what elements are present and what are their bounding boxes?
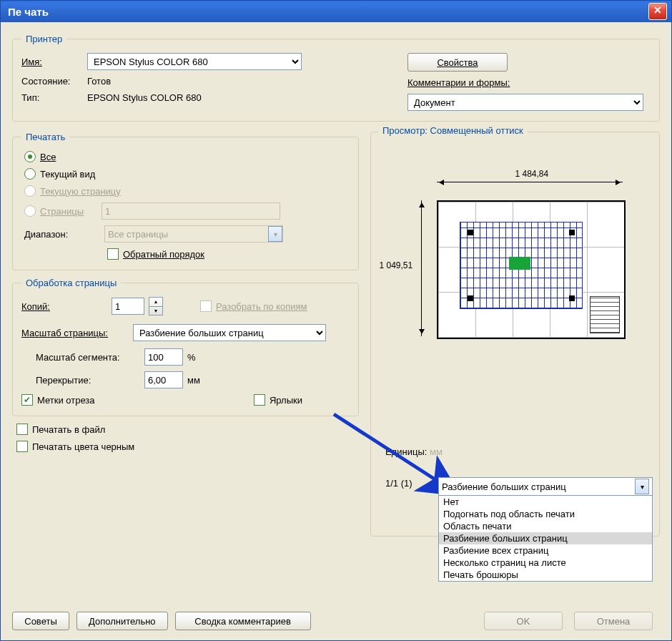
dim-width: 1 484,84 xyxy=(515,169,549,179)
dim-height-line xyxy=(421,200,422,336)
subset-label: Диапазон: xyxy=(24,229,100,240)
printer-legend: Принтер xyxy=(21,34,66,44)
print-range-legend: Печатать xyxy=(21,132,69,142)
preview-page xyxy=(437,200,626,339)
scale-option[interactable]: Разбиение больших страниц xyxy=(439,532,652,544)
labels-label: Ярлыки xyxy=(270,395,302,406)
preview-area: 1 484,84 1 049,51 xyxy=(394,156,637,356)
radio-all[interactable]: Все xyxy=(21,151,350,162)
cancel-button[interactable]: Отмена xyxy=(574,612,653,630)
page-scale-label: Масштаб страницы: xyxy=(21,328,129,338)
preview-title: Просмотр: Совмещенный оттиск xyxy=(378,125,528,136)
preview-blueprint xyxy=(460,222,583,309)
printer-name-label: Имя: xyxy=(21,57,83,67)
titlebar[interactable]: Пе чать ✕ xyxy=(1,1,671,22)
cutmarks-checkbox[interactable]: ✔ xyxy=(21,394,33,406)
scale-option[interactable]: Нет xyxy=(439,496,652,508)
print-to-file-label: Печатать в файл xyxy=(32,424,105,435)
scale-option[interactable]: Несколько страниц на листе xyxy=(439,557,652,569)
print-dialog: Пе чать ✕ Принтер Имя: EPSON Stylus COLO… xyxy=(0,0,672,641)
pages-input xyxy=(102,202,280,220)
printer-group: Принтер Имя: EPSON Stylus COLOR 680 Сост… xyxy=(12,34,660,122)
bottom-buttons-right: OK Отмена xyxy=(484,612,653,630)
page-info: 1/1 (1) xyxy=(385,478,412,489)
page-scale-select[interactable]: Разбиение больших страниц xyxy=(133,324,326,341)
printer-status-label: Состояние: xyxy=(21,76,83,87)
scale-popup-list[interactable]: Нет Подогнать под область печати Область… xyxy=(439,496,652,581)
printer-type-label: Тип: xyxy=(21,92,83,103)
copies-label: Копий: xyxy=(21,301,107,312)
scale-popup-selected: Разбиение больших страниц xyxy=(442,481,566,492)
scale-popup[interactable]: Разбиение больших страниц ▾ Нет Подогнат… xyxy=(438,477,653,582)
comments-summary-button[interactable]: Сводка комментариев xyxy=(175,612,311,630)
black-ink-label: Печатать цвета черным xyxy=(32,441,134,452)
copies-input[interactable] xyxy=(112,298,144,315)
close-button[interactable]: ✕ xyxy=(648,3,667,20)
print-range-group: Печатать Все Текущий вид Текущую страниц… xyxy=(12,132,359,270)
radio-current-page-dot xyxy=(24,185,36,197)
advanced-button[interactable]: Дополнительно xyxy=(76,612,168,630)
tile-scale-unit: % xyxy=(187,352,196,363)
radio-pages: Страницы xyxy=(21,202,350,220)
preview-titleblock xyxy=(590,296,620,333)
radio-current-page: Текущую страницу xyxy=(21,185,350,197)
window-title: Пе чать xyxy=(8,6,49,18)
print-to-file-checkbox[interactable] xyxy=(16,424,28,435)
printer-name-select[interactable]: EPSON Stylus COLOR 680 xyxy=(87,53,302,70)
chevron-down-icon: ▾ xyxy=(268,226,282,242)
comments-label: Комментарии и формы: xyxy=(407,77,510,88)
collate-checkbox xyxy=(200,300,212,312)
printer-status-value: Готов xyxy=(87,76,111,87)
subset-select: Все страницы ▾ xyxy=(104,225,283,243)
overlap-input[interactable] xyxy=(144,371,183,388)
tile-scale-label: Масштаб сегмента: xyxy=(36,352,140,363)
overlap-label: Перекрытие: xyxy=(36,375,140,386)
scale-option[interactable]: Печать брошюры xyxy=(439,569,652,581)
printer-type-value: EPSON Stylus COLOR 680 xyxy=(87,92,202,103)
scale-option[interactable]: Разбиение всех страниц xyxy=(439,544,652,557)
chevron-down-icon[interactable]: ▾ xyxy=(635,479,649,494)
overlap-unit: мм xyxy=(187,375,200,386)
collate-label: Разобрать по копиям xyxy=(216,301,307,312)
dim-height: 1 049,51 xyxy=(380,260,413,270)
radio-pages-dot xyxy=(24,205,36,217)
dim-width-line xyxy=(437,182,623,182)
page-handling-group: Обработка страницы Копий: ▴▾ Разобрать п… xyxy=(12,278,359,416)
radio-all-dot xyxy=(24,151,36,162)
tile-scale-input[interactable] xyxy=(144,348,183,366)
scale-option[interactable]: Область печати xyxy=(439,520,652,532)
labels-checkbox[interactable] xyxy=(254,394,265,406)
reverse-label: Обратный порядок xyxy=(123,249,204,260)
radio-current-view[interactable]: Текущий вид xyxy=(21,168,350,180)
copies-spinner[interactable]: ▴▾ xyxy=(149,297,163,315)
tips-button[interactable]: Советы xyxy=(12,612,69,630)
comments-select[interactable]: Документ xyxy=(407,94,643,111)
scale-option[interactable]: Подогнать под область печати xyxy=(439,508,652,520)
page-handling-legend: Обработка страницы xyxy=(21,278,121,288)
ok-button[interactable]: OK xyxy=(484,612,563,630)
cutmarks-label: Метки отреза xyxy=(37,395,95,406)
preview-panel: Просмотр: Совмещенный оттиск 1 484,84 1 … xyxy=(370,132,660,537)
units-row: Единицы: мм xyxy=(385,446,443,457)
reverse-checkbox[interactable] xyxy=(107,248,119,260)
bottom-buttons-left: Советы Дополнительно Сводка комментариев xyxy=(12,612,311,630)
properties-button[interactable]: Свойства xyxy=(407,53,508,72)
radio-current-view-dot xyxy=(24,168,36,180)
black-ink-checkbox[interactable] xyxy=(16,441,28,452)
